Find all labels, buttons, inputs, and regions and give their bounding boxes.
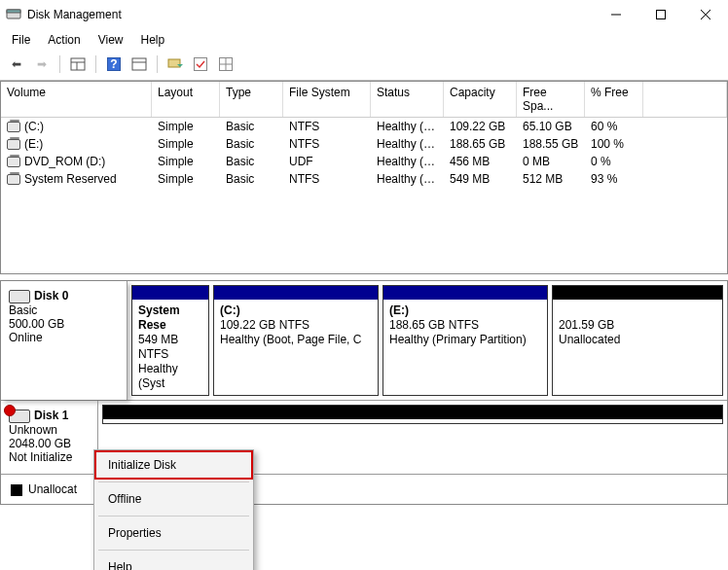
col-layout[interactable]: Layout	[152, 82, 220, 117]
cell-status: Healthy (S...	[371, 170, 444, 188]
col-capacity[interactable]: Capacity	[444, 82, 517, 117]
close-button[interactable]	[683, 0, 728, 29]
disk-info-panel[interactable]: Disk 0 Basic 500.00 GB Online	[1, 281, 127, 400]
ctx-separator	[98, 550, 249, 551]
partition-bar	[383, 286, 547, 300]
partition-unallocated[interactable]: 201.59 GB Unallocated	[552, 285, 723, 396]
disk-type: Unknown	[9, 423, 90, 437]
cell-capacity: 109.22 GB	[444, 118, 517, 135]
partition-unallocated[interactable]	[102, 405, 723, 424]
menu-action[interactable]: Action	[40, 31, 88, 49]
svg-rect-13	[168, 59, 180, 67]
partition-state: Unallocated	[559, 333, 716, 347]
ctx-initialize-disk[interactable]: Initialize Disk	[94, 450, 253, 480]
menubar: File Action View Help	[0, 29, 728, 51]
context-menu: Initialize Disk Offline Properties Help	[93, 449, 254, 570]
partition[interactable]: System Rese 549 MB NTFS Healthy (Syst	[131, 285, 209, 396]
volume-row[interactable]: DVD_ROM (D:) Simple Basic UDF Healthy (P…	[1, 153, 727, 170]
cell-fs: NTFS	[283, 170, 371, 188]
col-pct[interactable]: % Free	[585, 82, 643, 117]
disk-size: 500.00 GB	[9, 317, 119, 331]
titlebar: Disk Management	[0, 0, 728, 29]
disk-icon	[9, 290, 30, 303]
cell-pct: 0 %	[585, 153, 643, 170]
partition-state: Healthy (Syst	[138, 362, 202, 391]
partition-size: 201.59 GB	[559, 318, 716, 333]
cell-free: 0 MB	[517, 153, 585, 170]
cell-fs: UDF	[283, 153, 371, 170]
maximize-button[interactable]	[638, 0, 683, 29]
ctx-help[interactable]: Help	[94, 552, 253, 570]
volume-list: Volume Layout Type File System Status Ca…	[0, 81, 728, 274]
cell-fs: NTFS	[283, 118, 371, 135]
minimize-button[interactable]	[594, 0, 638, 29]
col-free[interactable]: Free Spa...	[517, 82, 585, 117]
disk-error-icon	[9, 410, 30, 423]
svg-rect-1	[7, 10, 20, 13]
svg-rect-3	[657, 11, 666, 19]
cell-pct: 93 %	[585, 170, 643, 188]
cell-pct: 100 %	[585, 135, 643, 153]
dvd-icon	[7, 157, 20, 167]
partition-state: Healthy (Primary Partition)	[389, 333, 541, 347]
col-fs[interactable]: File System	[283, 82, 371, 117]
volume-name: DVD_ROM (D:)	[24, 155, 105, 168]
check-button[interactable]	[190, 54, 211, 74]
ctx-separator	[98, 481, 249, 482]
cell-layout: Simple	[152, 153, 220, 170]
ctx-properties[interactable]: Properties	[94, 518, 253, 548]
partition-bar	[103, 406, 722, 419]
nav-forward-button[interactable]: ➡	[31, 54, 53, 74]
ctx-offline[interactable]: Offline	[94, 484, 253, 514]
app-icon	[6, 7, 21, 22]
cell-layout: Simple	[152, 170, 220, 188]
disk-info-panel[interactable]: Disk 1 Unknown 2048.00 GB Not Initialize	[1, 401, 98, 474]
cell-capacity: 456 MB	[444, 153, 517, 170]
partition[interactable]: (E:) 188.65 GB NTFS Healthy (Primary Par…	[382, 285, 548, 396]
disk-name: Disk 0	[34, 289, 68, 303]
menu-file[interactable]: File	[4, 31, 38, 49]
volume-row[interactable]: System Reserved Simple Basic NTFS Health…	[1, 170, 727, 188]
partition-bar	[214, 286, 378, 300]
cell-free: 512 MB	[517, 170, 585, 188]
volume-list-header: Volume Layout Type File System Status Ca…	[1, 82, 727, 118]
svg-text:?: ?	[110, 57, 117, 71]
volume-icon	[7, 174, 20, 185]
toolbar-separator	[157, 55, 158, 73]
partition-name: (E:)	[389, 303, 541, 318]
cell-fs: NTFS	[283, 135, 371, 153]
volume-icon	[7, 139, 20, 150]
col-volume[interactable]: Volume	[1, 82, 152, 117]
cell-capacity: 188.65 GB	[444, 135, 517, 153]
partition-bar	[553, 286, 722, 300]
nav-back-button[interactable]: ⬅	[6, 54, 27, 74]
legend-label: Unallocat	[28, 482, 77, 496]
cell-status: Healthy (P...	[371, 135, 444, 153]
cell-status: Healthy (P...	[371, 153, 444, 170]
volume-name: (E:)	[24, 137, 43, 151]
toolbar-separator	[95, 55, 96, 73]
cell-type: Basic	[220, 153, 283, 170]
col-type[interactable]: Type	[220, 82, 283, 117]
disk-type: Basic	[9, 303, 119, 317]
settings-button[interactable]	[128, 54, 150, 74]
partition[interactable]: (C:) 109.22 GB NTFS Healthy (Boot, Page …	[213, 285, 379, 396]
volume-row[interactable]: (E:) Simple Basic NTFS Healthy (P... 188…	[1, 135, 727, 153]
partition-name: System Rese	[138, 303, 202, 333]
svg-rect-14	[195, 58, 207, 71]
legend-swatch-unallocated	[11, 484, 22, 496]
menu-view[interactable]: View	[91, 31, 131, 49]
partition-size: 109.22 GB NTFS	[220, 318, 372, 333]
show-hide-panel-button[interactable]	[67, 54, 89, 74]
toolbar: ⬅ ➡ ?	[0, 51, 728, 81]
action-list-button[interactable]	[164, 54, 186, 74]
cell-free: 188.55 GB	[517, 135, 585, 153]
disk-size: 2048.00 GB	[9, 437, 90, 450]
partition-name: (C:)	[220, 303, 372, 318]
svg-rect-11	[132, 58, 146, 70]
volume-row[interactable]: (C:) Simple Basic NTFS Healthy (B... 109…	[1, 118, 727, 135]
grid-button[interactable]	[215, 54, 237, 74]
menu-help[interactable]: Help	[133, 31, 173, 49]
help-button[interactable]: ?	[103, 54, 125, 74]
col-status[interactable]: Status	[371, 82, 444, 117]
